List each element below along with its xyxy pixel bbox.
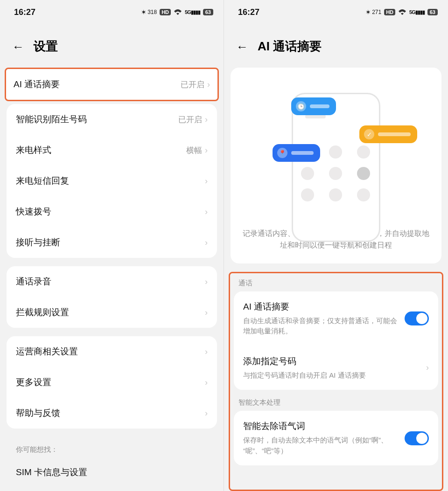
row-id-unknown[interactable]: 智能识别陌生号码 已开启 › (7, 104, 217, 135)
chevron-right-icon: › (205, 277, 208, 287)
row-ai-toggle[interactable]: AI 通话摘要 自动生成通话和录音摘要；仅支持普通话，可能会增加电量消耗。 (234, 291, 438, 346)
status-icons: 318 HD 5G ▮▮▮▮ 63 (141, 8, 213, 16)
status-time: 16:27 (14, 7, 35, 17)
row-label: 快速拨号 (16, 206, 205, 218)
section-call-label: 通话 (232, 277, 440, 291)
bubble-time-icon: 🕒 (291, 97, 336, 115)
card-ai-options: AI 通话摘要 自动生成通话和录音摘要；仅支持普通话，可能会增加电量消耗。 添加… (234, 291, 438, 390)
wifi-icon (398, 9, 406, 15)
row-more[interactable]: 更多设置 › (7, 367, 217, 398)
row-label: 帮助与反馈 (16, 407, 205, 419)
wifi-icon (174, 9, 182, 15)
row-value: 已开启 (181, 79, 204, 90)
row-title: 智能去除语气词 (243, 420, 399, 432)
illustration: 🕒 ✓ 📍 (240, 79, 432, 219)
row-subtitle: 与指定号码通话时自动开启 AI 通话摘要 (243, 370, 420, 381)
row-ai-summary[interactable]: AI 通话摘要 已开启 › (6, 69, 217, 100)
screen-settings: 16:27 318 HD 5G ▮▮▮▮ 63 ← 设置 AI 通话摘要 已开启… (0, 0, 224, 491)
row-block-rules[interactable]: 拦截规则设置 › (7, 297, 217, 328)
header: ← AI 通话摘要 (224, 24, 448, 68)
row-title: 添加指定号码 (243, 355, 420, 367)
row-incoming-style[interactable]: 来电样式 横幅 › (7, 135, 217, 166)
header: ← 设置 (0, 24, 224, 68)
chevron-right-icon: › (205, 176, 208, 186)
row-label: 智能识别陌生号码 (16, 113, 178, 125)
row-speed-dial[interactable]: 快速拨号 › (7, 196, 217, 227)
signal-icon: 5G ▮▮▮▮ (185, 9, 200, 15)
row-label: 来电短信回复 (16, 175, 205, 187)
row-label: 运营商相关设置 (16, 346, 205, 358)
row-help[interactable]: 帮助与反馈 › (7, 398, 217, 429)
phone-illustration (292, 93, 380, 242)
chevron-right-icon: › (205, 145, 208, 155)
toggle-ai-summary[interactable] (405, 311, 429, 325)
battery-icon: 63 (427, 9, 438, 15)
page-title: AI 通话摘要 (258, 38, 322, 55)
bubble-check-icon: ✓ (359, 125, 417, 143)
back-button[interactable]: ← (12, 41, 24, 53)
card-text-options: 智能去除语气词 保存时，自动去除文本中的语气词（例如“啊”、“呢”、“吧”等） (234, 411, 438, 465)
row-subtitle: 保存时，自动去除文本中的语气词（例如“啊”、“呢”、“吧”等） (243, 435, 399, 456)
toggle-remove-fillers[interactable] (405, 431, 429, 445)
status-bar: 16:27 318 HD 5G ▮▮▮▮ 63 (0, 0, 224, 24)
chevron-right-icon: › (207, 80, 210, 90)
status-bar: 16:27 271 HD 5G ▮▮▮▮ 63 (224, 0, 448, 24)
row-sms-reply[interactable]: 来电短信回复 › (7, 166, 217, 196)
highlight-ai-summary: AI 通话摘要 已开启 › (5, 68, 219, 101)
card-call-settings-2: 通话录音 › 拦截规则设置 › (7, 266, 217, 328)
illustration-card: 🕒 ✓ 📍 记录通话内容、生成通话摘要和核心事项，并自动提取地址和时间以便一键导… (231, 68, 441, 263)
hd-icon: HD (384, 9, 395, 15)
row-add-number[interactable]: 添加指定号码 与指定号码通话时自动开启 AI 通话摘要 › (234, 346, 438, 390)
bluetooth-speed: 271 (365, 8, 381, 16)
hd-icon: HD (160, 9, 171, 15)
highlight-settings-block: 通话 AI 通话摘要 自动生成通话和录音摘要；仅支持普通话，可能会增加电量消耗。… (229, 272, 443, 491)
row-answer-hangup[interactable]: 接听与挂断 › (7, 227, 217, 258)
row-filler-toggle[interactable]: 智能去除语气词 保存时，自动去除文本中的语气词（例如“啊”、“呢”、“吧”等） (234, 411, 438, 465)
bluetooth-speed: 318 (141, 8, 157, 16)
suggest-sim[interactable]: SIM 卡信息与设置 (7, 459, 217, 486)
card-call-settings-1: 智能识别陌生号码 已开启 › 来电样式 横幅 › 来电短信回复 › 快速拨号 ›… (7, 104, 217, 258)
chevron-right-icon: › (205, 207, 208, 217)
row-label: 通话录音 (16, 276, 205, 288)
row-label: 更多设置 (16, 376, 205, 388)
chevron-right-icon: › (205, 238, 208, 248)
battery-icon: 63 (203, 9, 213, 15)
signal-icon: 5G ▮▮▮▮ (409, 9, 425, 15)
chevron-right-icon: › (426, 363, 429, 373)
bubble-location-icon: 📍 (273, 144, 320, 162)
row-value: 横幅 (186, 145, 202, 156)
row-label: 接听与挂断 (16, 236, 205, 249)
row-label: 来电样式 (16, 144, 186, 156)
row-carrier[interactable]: 运营商相关设置 › (7, 336, 217, 367)
row-title: AI 通话摘要 (243, 301, 399, 313)
card-call-settings-3: 运营商相关设置 › 更多设置 › 帮助与反馈 › (7, 336, 217, 429)
section-text-label: 智能文本处理 (232, 396, 440, 411)
row-value: 已开启 (178, 114, 202, 125)
back-button[interactable]: ← (236, 41, 248, 53)
chevron-right-icon: › (205, 408, 208, 418)
row-label: AI 通话摘要 (14, 78, 181, 90)
chevron-right-icon: › (205, 378, 208, 387)
suggest-header: 你可能想找： (7, 437, 217, 459)
row-call-record[interactable]: 通话录音 › (7, 266, 217, 297)
screen-ai-summary: 16:27 271 HD 5G ▮▮▮▮ 63 ← AI 通话摘要 (224, 0, 448, 491)
page-title: 设置 (34, 38, 58, 55)
chevron-right-icon: › (205, 308, 208, 318)
row-label: 拦截规则设置 (16, 306, 205, 318)
status-time: 16:27 (238, 7, 259, 17)
row-subtitle: 自动生成通话和录音摘要；仅支持普通话，可能会增加电量消耗。 (243, 316, 399, 337)
chevron-right-icon: › (205, 347, 208, 357)
chevron-right-icon: › (205, 115, 208, 124)
status-icons: 271 HD 5G ▮▮▮▮ 63 (365, 8, 438, 16)
